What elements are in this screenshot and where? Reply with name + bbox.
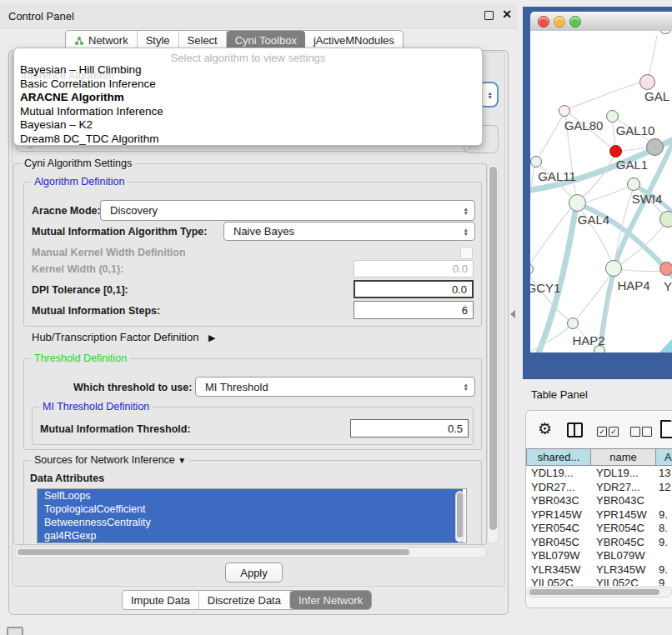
manual-kernel-checkbox[interactable]	[460, 247, 473, 259]
network-window-titlebar[interactable]	[530, 12, 672, 32]
algorithm-option[interactable]: Mutual Information Inference	[20, 105, 163, 118]
column-header-name[interactable]: name	[591, 448, 656, 466]
data-attributes-label: Data Attributes	[30, 472, 104, 484]
apply-button[interactable]: Apply	[225, 562, 283, 582]
node-salmon[interactable]	[659, 262, 672, 276]
aracne-mode-combobox[interactable]: Discovery ▲▼	[100, 200, 475, 221]
table-cell: 9	[656, 577, 672, 586]
columns-view-icon[interactable]	[567, 422, 583, 438]
splitter-handle-icon[interactable]	[510, 310, 515, 318]
table-cell: YBR043C	[526, 494, 591, 508]
algorithm-option[interactable]: Bayesian – Hill Climbing	[20, 63, 142, 76]
mac-minimize-button[interactable]	[554, 16, 565, 28]
kernel-width-value: 0.0	[453, 262, 468, 275]
aracne-mode-label: Aracne Mode:	[32, 205, 101, 217]
node-gal11-label: GAL11	[538, 169, 576, 183]
table-cell	[656, 549, 672, 563]
settings-horizontal-scrollbar[interactable]	[14, 547, 487, 558]
node-gal11[interactable]	[530, 156, 542, 168]
table-row[interactable]: YLR345WYLR345W9.	[526, 563, 672, 578]
settings-vertical-scrollbar-thumb[interactable]	[489, 167, 497, 530]
table-row[interactable]: YPR145WYPR145W9.	[526, 508, 672, 522]
deselect-all-icon[interactable]	[630, 427, 640, 437]
mi-threshold-value: 0.5	[448, 422, 463, 435]
node-pink-top[interactable]	[639, 74, 655, 90]
hub-definition-toggle[interactable]: Hub/Transcription Factor Definition ▶	[32, 331, 215, 343]
table-horizontal-scrollbar-thumb[interactable]	[529, 589, 659, 595]
node-top-edge[interactable]	[659, 31, 672, 34]
column-header-shared-name[interactable]: shared...	[526, 448, 591, 466]
algorithm-option[interactable]: Bayesian – K2	[20, 118, 93, 131]
table-cell: 9.	[656, 536, 672, 550]
network-canvas[interactable]: GALGAL80GAL10GAL1GAL11SWI4GAL4GCY1HAP4YH…	[530, 31, 672, 352]
collapsed-panel-icon[interactable]	[7, 627, 23, 635]
algorithm-option[interactable]: ARACNE Algorithm	[20, 91, 124, 103]
node-green-right[interactable]	[659, 211, 672, 228]
table-row[interactable]: YBR043CYBR043C	[526, 494, 672, 508]
table-cell: YBR045C	[526, 536, 591, 550]
data-attribute-item[interactable]: TopologicalCoefficient	[38, 502, 463, 516]
node-gcy1[interactable]	[530, 263, 534, 275]
node-gal1-label: GAL1	[616, 158, 648, 172]
mi-type-combobox[interactable]: Naive Bayes ▲▼	[223, 222, 475, 241]
node-gal1[interactable]	[609, 145, 622, 158]
tab-jactivemnodules-label: jActiveMNodules	[313, 34, 394, 47]
table-row[interactable]: YER054CYER054C8.	[526, 522, 672, 536]
node-hap2[interactable]	[567, 318, 579, 329]
algorithm-option[interactable]: Dream8 DC_TDC Algorithm	[20, 132, 159, 145]
mi-steps-input[interactable]: 6	[354, 301, 474, 319]
gear-icon[interactable]: ⚙	[538, 419, 552, 438]
tab-discretize-data[interactable]: Discretize Data	[199, 591, 290, 609]
select-all-icon[interactable]: ✓	[597, 427, 607, 437]
node-gray[interactable]	[646, 138, 664, 156]
attributes-scrollbar[interactable]	[455, 491, 464, 542]
select-all-icon[interactable]: ✓	[609, 427, 619, 437]
tab-infer-network[interactable]: Infer Network	[290, 591, 371, 609]
table-row[interactable]: YIL052CYIL052C9	[526, 577, 672, 586]
file-icon[interactable]	[660, 420, 672, 438]
tab-impute-data[interactable]: Impute Data	[123, 591, 199, 609]
table-horizontal-scrollbar[interactable]	[527, 587, 672, 598]
table-row[interactable]: YBR045CYBR045C9.	[526, 536, 672, 550]
data-attribute-item[interactable]: SelfLoops	[38, 489, 463, 502]
settings-vertical-scrollbar[interactable]	[487, 164, 499, 544]
node-gal80[interactable]	[559, 105, 570, 117]
node-gal10[interactable]	[606, 110, 619, 122]
mac-zoom-button[interactable]	[569, 16, 581, 28]
node-swi4[interactable]	[627, 178, 640, 191]
stepper-icon: ▲▼	[464, 207, 469, 215]
table-cell: YPR145W	[526, 508, 591, 522]
mi-threshold-input[interactable]: 0.5	[350, 419, 469, 438]
mac-close-button[interactable]	[538, 16, 549, 28]
close-icon[interactable]: ✕	[502, 8, 512, 21]
threshold-definition-title: Threshold Definition	[31, 352, 130, 364]
table-row[interactable]: YBL079WYBL079W	[526, 549, 672, 563]
column-header-partial[interactable]: A	[656, 448, 672, 466]
table-row[interactable]: YDL19...YDL19...13	[526, 467, 672, 481]
node-pink-top-label: GAL	[644, 89, 669, 103]
dpi-tolerance-input[interactable]: 0.0	[354, 280, 474, 298]
kernel-width-input[interactable]: 0.0	[354, 260, 474, 278]
table-cell: YIL052C	[591, 577, 656, 586]
table-cell: YLR345W	[591, 563, 656, 578]
data-attribute-item[interactable]: BetweennessCentrality	[38, 516, 463, 529]
deselect-all-icon[interactable]	[642, 427, 652, 437]
data-attribute-item[interactable]: gal4RGexp	[38, 529, 463, 542]
settings-horizontal-scrollbar-thumb[interactable]	[18, 549, 409, 555]
table-row[interactable]: YDR27...YDR27...12	[526, 481, 672, 495]
which-threshold-combobox[interactable]: MI Threshold ▲▼	[195, 377, 475, 397]
tab-discretize-data-label: Discretize Data	[208, 594, 281, 607]
dpi-tolerance-value: 0.0	[452, 283, 467, 296]
data-attributes-list[interactable]: SelfLoopsTopologicalCoefficientBetweenne…	[37, 488, 467, 543]
attributes-scrollbar-thumb[interactable]	[457, 492, 463, 538]
tab-impute-data-label: Impute Data	[131, 594, 190, 607]
sources-title-wrap[interactable]: Sources for Network Inference ▼	[31, 454, 189, 466]
node-hap4[interactable]	[605, 260, 622, 277]
mi-type-value: Naive Bayes	[233, 225, 294, 238]
node-gal4[interactable]	[569, 194, 586, 212]
table-cell: 9.	[656, 508, 672, 522]
float-window-icon[interactable]	[484, 11, 494, 20]
node-bottom[interactable]	[594, 345, 605, 352]
table-cell: YLR345W	[526, 563, 591, 578]
algorithm-option[interactable]: Basic Correlation Inference	[20, 78, 156, 90]
